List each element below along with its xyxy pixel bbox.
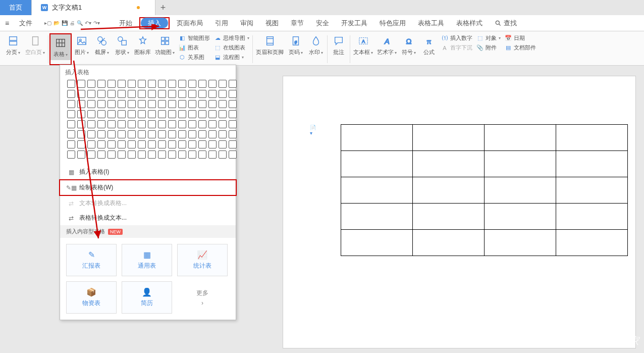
grid-cell[interactable] <box>168 90 176 98</box>
grid-cell[interactable] <box>118 130 126 138</box>
comment-button[interactable]: 批注 <box>329 33 349 65</box>
formula-button[interactable]: π 公式 <box>419 33 439 65</box>
grid-cell[interactable] <box>77 140 85 148</box>
grid-cell[interactable] <box>128 90 136 98</box>
grid-cell[interactable] <box>219 100 227 108</box>
grid-cell[interactable] <box>148 90 156 98</box>
grid-cell[interactable] <box>219 150 227 159</box>
grid-cell[interactable] <box>219 110 227 118</box>
grid-cell[interactable] <box>138 80 146 88</box>
smart-graphic-button[interactable]: ◧智能图形 <box>177 34 212 42</box>
table-row[interactable] <box>341 204 628 230</box>
insert-number-button[interactable]: ⑴插入数字 <box>439 34 474 42</box>
grid-cell[interactable] <box>208 140 217 148</box>
grid-cell[interactable] <box>229 80 237 88</box>
grid-cell[interactable] <box>108 140 116 148</box>
qat-save-icon[interactable]: 💾 <box>62 20 68 26</box>
grid-cell[interactable] <box>148 140 156 148</box>
grid-cell[interactable] <box>158 100 166 108</box>
relation-button[interactable]: ⬡关系图 <box>177 54 212 61</box>
grid-cell[interactable] <box>87 100 95 108</box>
table-button[interactable]: 表格 <box>50 34 71 60</box>
first-drop-button[interactable]: A首字下沉 <box>439 44 474 52</box>
grid-cell[interactable] <box>188 140 196 148</box>
grid-cell[interactable] <box>67 80 75 88</box>
grid-cell[interactable] <box>168 100 176 108</box>
grid-cell[interactable] <box>198 150 206 159</box>
grid-cell[interactable] <box>198 120 206 128</box>
grid-cell[interactable] <box>138 150 146 159</box>
online-chart-button[interactable]: ⬚在线图表 <box>212 44 251 52</box>
grid-cell[interactable] <box>108 100 116 108</box>
grid-cell[interactable] <box>219 130 227 138</box>
grid-cell[interactable] <box>198 100 206 108</box>
grid-cell[interactable] <box>188 90 196 98</box>
grid-cell[interactable] <box>77 120 85 128</box>
chart-button[interactable]: 📊图表 <box>177 44 212 52</box>
table-row[interactable] <box>341 125 628 151</box>
grid-cell[interactable] <box>138 100 146 108</box>
qat-print-icon[interactable]: 🖨 <box>70 20 75 26</box>
grid-cell[interactable] <box>138 120 146 128</box>
blank-page-button[interactable]: 空白页 <box>23 33 47 65</box>
grid-cell[interactable] <box>168 130 176 138</box>
template-more[interactable]: 更多› <box>177 281 228 314</box>
grid-cell[interactable] <box>97 90 105 98</box>
grid-cell[interactable] <box>198 130 206 138</box>
grid-cell[interactable] <box>128 110 136 118</box>
grid-cell[interactable] <box>229 140 237 148</box>
grid-cell[interactable] <box>208 120 217 128</box>
template-general[interactable]: ▦通用表 <box>122 244 172 276</box>
grid-cell[interactable] <box>168 110 176 118</box>
grid-cell[interactable] <box>208 130 217 138</box>
grid-cell[interactable] <box>138 140 146 148</box>
iconlib-button[interactable]: 图标库 <box>132 33 153 65</box>
grid-cell[interactable] <box>158 140 166 148</box>
template-resume[interactable]: 👤简历 <box>122 281 172 314</box>
qat-preview-icon[interactable]: 🔍 <box>77 20 83 26</box>
menu-table-style[interactable]: 表格样式 <box>451 17 488 30</box>
grid-cell[interactable] <box>168 140 176 148</box>
grid-cell[interactable] <box>118 120 126 128</box>
grid-cell[interactable] <box>148 110 156 118</box>
grid-cell[interactable] <box>158 110 166 118</box>
menu-chapter[interactable]: 章节 <box>286 17 309 30</box>
mindmap-button[interactable]: ☁思维导图▾ <box>212 34 251 42</box>
grid-cell[interactable] <box>188 120 196 128</box>
grid-cell[interactable] <box>229 100 237 108</box>
grid-cell[interactable] <box>148 130 156 138</box>
table-row[interactable] <box>341 230 628 256</box>
grid-cell[interactable] <box>108 130 116 138</box>
grid-cell[interactable] <box>229 120 237 128</box>
grid-cell[interactable] <box>87 130 95 138</box>
grid-cell[interactable] <box>188 80 196 88</box>
grid-cell[interactable] <box>168 150 176 159</box>
grid-cell[interactable] <box>108 80 116 88</box>
grid-cell[interactable] <box>128 100 136 108</box>
grid-cell[interactable] <box>208 90 217 98</box>
picture-button[interactable]: 图片 <box>72 33 92 65</box>
grid-cell[interactable] <box>188 130 196 138</box>
menu-devtools[interactable]: 开发工具 <box>336 17 372 30</box>
screenshot-button[interactable]: 截屏 <box>92 33 112 65</box>
grid-cell[interactable] <box>67 140 75 148</box>
table-size-grid[interactable] <box>60 80 236 165</box>
grid-cell[interactable] <box>138 130 146 138</box>
new-tab-button[interactable]: + <box>155 0 171 15</box>
grid-cell[interactable] <box>208 150 217 159</box>
grid-cell[interactable] <box>158 80 166 88</box>
wordart-button[interactable]: A 艺术字 <box>375 33 399 65</box>
grid-cell[interactable] <box>128 130 136 138</box>
grid-cell[interactable] <box>97 100 105 108</box>
grid-cell[interactable] <box>229 130 237 138</box>
grid-cell[interactable] <box>198 80 206 88</box>
grid-cell[interactable] <box>87 120 95 128</box>
grid-cell[interactable] <box>67 130 75 138</box>
grid-cell[interactable] <box>77 100 85 108</box>
template-report[interactable]: ✎汇报表 <box>66 244 117 276</box>
home-tab[interactable]: 首页 <box>0 0 32 15</box>
menu-reference[interactable]: 引用 <box>210 17 233 30</box>
grid-cell[interactable] <box>208 80 217 88</box>
grid-cell[interactable] <box>77 150 85 159</box>
grid-cell[interactable] <box>229 110 237 118</box>
